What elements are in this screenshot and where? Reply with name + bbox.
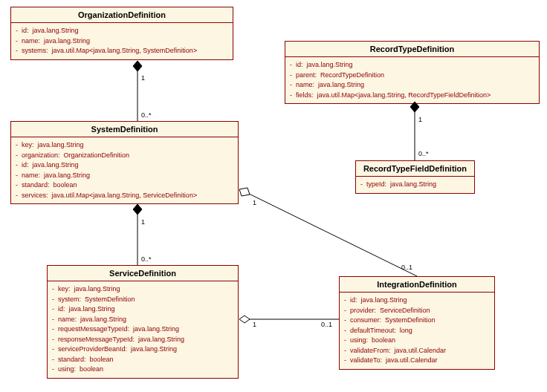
multiplicity-label: 0..*: [418, 150, 429, 157]
multiplicity-label: 1: [141, 218, 145, 226]
class-title: IntegrationDefinition: [340, 277, 494, 293]
multiplicity-label: 0..*: [141, 255, 152, 263]
class-service-definition: ServiceDefinition - key: java.lang.Strin…: [47, 265, 239, 379]
svg-marker-3: [133, 204, 142, 215]
class-attrs: - key: java.lang.String - system: System…: [48, 281, 238, 378]
multiplicity-label: 1: [418, 116, 422, 123]
multiplicity-label: 1: [141, 74, 145, 82]
class-attrs: - key: java.lang.String - organization: …: [11, 137, 238, 203]
multiplicity-label: 0..1: [321, 321, 332, 328]
svg-marker-7: [239, 188, 250, 196]
multiplicity-label: 1: [253, 199, 256, 206]
class-integration-definition: IntegrationDefinition - id: java.lang.St…: [339, 276, 495, 370]
class-attrs: - id: java.lang.String - name: java.lang…: [11, 23, 233, 59]
class-title: OrganizationDefinition: [11, 7, 233, 23]
class-system-definition: SystemDefinition - key: java.lang.String…: [10, 121, 239, 204]
class-attrs: - typeId: java.lang.String: [356, 177, 474, 193]
svg-line-6: [247, 193, 417, 276]
class-title: RecordTypeDefinition: [285, 42, 539, 57]
svg-marker-9: [239, 316, 250, 323]
class-title: ServiceDefinition: [48, 266, 238, 281]
class-attrs: - id: java.lang.String - provider: Servi…: [340, 293, 494, 369]
class-record-type-definition: RecordTypeDefinition - id: java.lang.Str…: [285, 41, 540, 104]
class-title: SystemDefinition: [11, 122, 238, 137]
class-attrs: - id: java.lang.String - parent: RecordT…: [285, 57, 539, 103]
multiplicity-label: 0..1: [401, 264, 412, 271]
svg-marker-1: [133, 61, 142, 71]
multiplicity-label: 0..*: [141, 111, 152, 119]
class-organization-definition: OrganizationDefinition - id: java.lang.S…: [10, 7, 233, 60]
multiplicity-label: 1: [253, 321, 256, 328]
class-title: RecordTypeFieldDefinition: [356, 161, 474, 177]
class-record-type-field-definition: RecordTypeFieldDefinition - typeId: java…: [355, 160, 475, 194]
